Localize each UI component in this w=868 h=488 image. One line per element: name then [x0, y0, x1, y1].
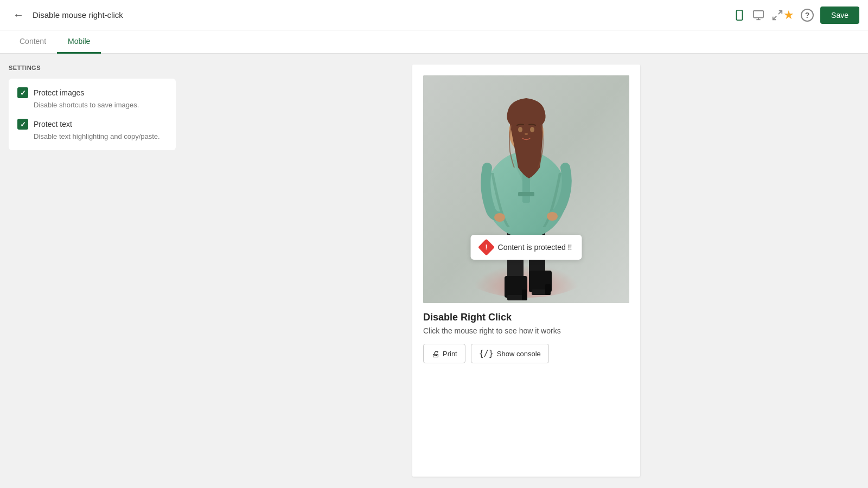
back-icon: ←	[13, 9, 24, 21]
tab-content[interactable]: Content	[9, 30, 57, 54]
show-console-button[interactable]: {/} Show console	[471, 344, 549, 363]
svg-rect-13	[522, 290, 527, 300]
help-icon[interactable]: ?	[801, 9, 814, 22]
star-icon[interactable]: ★	[783, 8, 794, 22]
save-button[interactable]: Save	[820, 7, 859, 24]
svg-line-6	[773, 16, 776, 19]
protect-images-item: ✓ Protect images Disable shortcuts to sa…	[17, 87, 167, 110]
device-icons	[733, 9, 783, 21]
warning-icon: !	[478, 239, 495, 255]
expand-icon[interactable]	[771, 9, 783, 21]
protect-text-row: ✓ Protect text	[17, 119, 167, 130]
preview-image: ! Content is protected !!	[423, 75, 629, 303]
console-icon: {/}	[479, 349, 494, 358]
svg-point-24	[525, 133, 528, 135]
tab-mobile[interactable]: Mobile	[57, 30, 101, 54]
print-label: Print	[443, 350, 457, 358]
preview-actions: 🖨 Print {/} Show console	[423, 344, 629, 363]
warning-exclamation: !	[486, 243, 488, 251]
settings-label: SETTINGS	[9, 65, 176, 71]
svg-line-5	[778, 10, 782, 14]
protect-images-title: Protect images	[34, 88, 84, 97]
svg-rect-0	[737, 10, 743, 20]
protect-text-item: ✓ Protect text Disable text highlighting…	[17, 119, 167, 142]
page-title: Disable mouse right-click	[33, 10, 733, 20]
svg-point-25	[494, 213, 505, 222]
protect-text-desc: Disable text highlighting and copy/paste…	[34, 132, 167, 142]
protect-images-desc: Disable shortcuts to save images.	[34, 100, 167, 110]
sidebar: SETTINGS ✓ Protect images Disable shortc…	[0, 54, 184, 487]
preview-area: ! Content is protected !! Disable Right …	[184, 54, 868, 487]
preview-heading: Disable Right Click	[423, 312, 629, 323]
mobile-view-icon[interactable]	[733, 9, 745, 21]
protect-images-row: ✓ Protect images	[17, 87, 167, 98]
header-right: ★ ? Save	[783, 7, 859, 24]
header: ← Disable mouse right-click ★ ? Save	[0, 0, 868, 30]
check-icon: ✓	[20, 89, 26, 97]
print-icon: 🖨	[431, 349, 439, 358]
check-icon-2: ✓	[20, 120, 26, 129]
protect-text-title: Protect text	[34, 120, 72, 129]
show-console-label: Show console	[497, 350, 541, 358]
preview-container: ! Content is protected !! Disable Right …	[412, 65, 640, 477]
back-button[interactable]: ←	[9, 5, 28, 25]
toast-message: Content is protected !!	[498, 243, 572, 252]
svg-rect-16	[545, 284, 551, 295]
preview-image-wrapper: ! Content is protected !!	[423, 75, 629, 303]
woman-figure-svg	[423, 75, 629, 303]
desktop-view-icon[interactable]	[752, 9, 765, 21]
settings-card: ✓ Protect images Disable shortcuts to sa…	[9, 79, 176, 150]
main-layout: SETTINGS ✓ Protect images Disable shortc…	[0, 54, 868, 487]
protect-images-checkbox[interactable]: ✓	[17, 87, 28, 98]
svg-point-26	[547, 212, 558, 221]
svg-point-22	[518, 127, 522, 132]
print-button[interactable]: 🖨 Print	[423, 344, 465, 363]
svg-rect-2	[754, 10, 763, 17]
tabs-bar: Content Mobile	[0, 30, 868, 54]
svg-rect-19	[518, 192, 534, 196]
svg-point-23	[530, 127, 534, 132]
protect-text-checkbox[interactable]: ✓	[17, 119, 28, 130]
content-protected-toast: ! Content is protected !!	[471, 235, 582, 260]
preview-subtext: Click the mouse right to see how it work…	[423, 326, 629, 335]
